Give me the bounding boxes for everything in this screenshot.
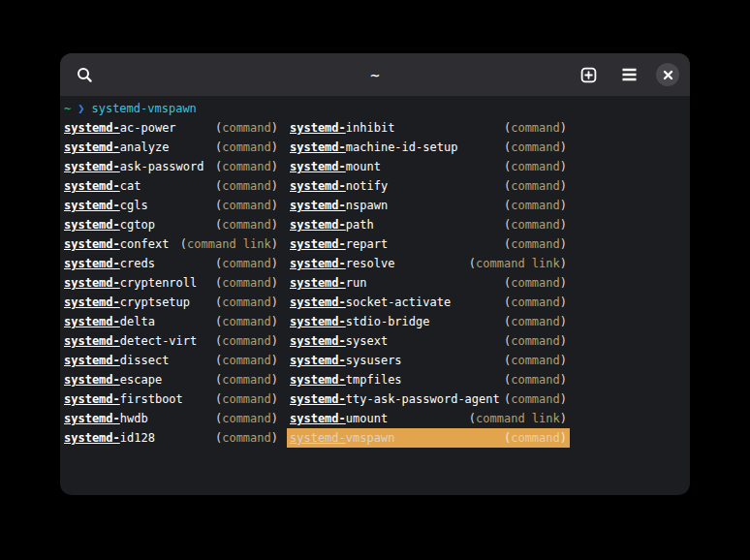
- completion-description: (command): [215, 176, 278, 196]
- completion-description: (command): [215, 254, 278, 273]
- completion-name: systemd-detect-virt: [64, 331, 197, 351]
- completion-item: systemd-cryptenroll(command): [64, 273, 278, 293]
- completion-description: (command): [504, 118, 567, 138]
- completion-item: systemd-inhibit(command): [290, 118, 567, 138]
- prompt-line: ~ ❯ systemd-vmspawn: [64, 99, 690, 118]
- completion-name: systemd-inhibit: [290, 118, 394, 138]
- completion-name: systemd-cryptsetup: [64, 293, 190, 312]
- completion-description: (command): [215, 215, 278, 234]
- completion-description: (command): [504, 293, 567, 312]
- completion-description: (command): [215, 138, 278, 157]
- completion-name: systemd-id128: [64, 428, 155, 448]
- prompt-cwd: ~: [64, 99, 71, 118]
- completion-item: systemd-creds(command): [64, 254, 278, 273]
- completion-item: systemd-sysusers(command): [290, 351, 567, 370]
- headerbar-actions: [575, 61, 679, 88]
- completion-name: systemd-resolve: [290, 254, 394, 273]
- completion-name: systemd-delta: [64, 312, 155, 331]
- completion-description: (command): [504, 331, 567, 351]
- menu-button[interactable]: [615, 61, 642, 88]
- completion-name: systemd-ask-password: [64, 157, 204, 176]
- menu-icon: [621, 68, 638, 81]
- completion-description: (command): [215, 118, 278, 138]
- completion-name: systemd-sysext: [290, 331, 388, 351]
- completion-description: (command): [215, 157, 278, 176]
- completion-description: (command): [504, 196, 567, 215]
- completion-item: systemd-sysext(command): [290, 331, 567, 351]
- new-tab-icon: [580, 67, 597, 83]
- completion-item-selected: systemd-vmspawn(command): [287, 428, 570, 448]
- completion-name: systemd-cgls: [64, 196, 148, 215]
- completion-item: systemd-resolve(command link): [290, 254, 567, 273]
- completion-description: (command): [504, 138, 567, 157]
- completion-description: (command): [215, 370, 278, 389]
- close-icon: [656, 63, 679, 86]
- completion-item: systemd-cryptsetup(command): [64, 293, 278, 312]
- completion-item: systemd-machine-id-setup(command): [290, 138, 567, 157]
- completion-name: systemd-analyze: [64, 138, 169, 157]
- completion-item: systemd-socket-activate(command): [290, 293, 567, 312]
- completion-description: (command): [504, 215, 567, 234]
- search-icon: [77, 67, 93, 83]
- completion-item: systemd-detect-virt(command): [64, 331, 278, 351]
- completion-description: (command): [215, 409, 278, 428]
- completion-item: systemd-escape(command): [64, 370, 278, 389]
- completion-item: systemd-confext(command link): [64, 234, 278, 254]
- completion-description: (command): [215, 196, 278, 215]
- completion-item: systemd-tmpfiles(command): [290, 370, 567, 389]
- completion-name: systemd-run: [290, 273, 366, 293]
- terminal-content[interactable]: ~ ❯ systemd-vmspawn systemd-ac-power(com…: [60, 96, 690, 495]
- completion-name: systemd-cryptenroll: [64, 273, 197, 293]
- completion-item: systemd-nspawn(command): [290, 196, 567, 215]
- completion-description: (command link): [180, 234, 278, 254]
- completion-item: systemd-run(command): [290, 273, 567, 293]
- completion-item: systemd-cgtop(command): [64, 215, 278, 234]
- completion-description: (command link): [469, 409, 567, 428]
- completion-item: systemd-umount(command link): [290, 409, 567, 428]
- completion-item: systemd-repart(command): [290, 234, 567, 254]
- completion-name: systemd-tmpfiles: [290, 370, 402, 389]
- completion-item: systemd-analyze(command): [64, 138, 278, 157]
- completion-name: systemd-path: [290, 215, 374, 234]
- completion-description: (command): [215, 428, 278, 448]
- completion-item: systemd-notify(command): [290, 176, 567, 196]
- prompt-command: systemd-vmspawn: [91, 99, 196, 118]
- completion-description: (command): [504, 273, 567, 293]
- completion-name: systemd-hwdb: [64, 409, 148, 428]
- completion-item: systemd-stdio-bridge(command): [290, 312, 567, 331]
- completion-item: systemd-mount(command): [290, 157, 567, 176]
- completion-item: systemd-cat(command): [64, 176, 278, 196]
- completion-name: systemd-ac-power: [64, 118, 176, 138]
- completion-name: systemd-confext: [64, 234, 169, 254]
- completion-item: systemd-dissect(command): [64, 351, 278, 370]
- completion-item: systemd-id128(command): [64, 428, 278, 448]
- completion-description: (command): [504, 312, 567, 331]
- completion-name: systemd-stdio-bridge: [290, 312, 430, 331]
- completion-name: systemd-sysusers: [290, 351, 402, 370]
- search-button[interactable]: [71, 61, 98, 88]
- prompt-arrow-icon: ❯: [78, 99, 84, 118]
- completion-description: (command): [504, 428, 567, 448]
- completion-item: systemd-cgls(command): [64, 196, 278, 215]
- completion-name: systemd-umount: [290, 409, 388, 428]
- completion-item: systemd-delta(command): [64, 312, 278, 331]
- completion-description: (command): [215, 331, 278, 351]
- headerbar[interactable]: ~: [60, 53, 690, 96]
- terminal-window: ~: [60, 53, 690, 495]
- completion-description: (command link): [469, 254, 567, 273]
- completion-item: systemd-firstboot(command): [64, 389, 278, 409]
- completion-name: systemd-mount: [290, 157, 381, 176]
- completion-name: systemd-cat: [64, 176, 141, 196]
- completion-item: systemd-ac-power(command): [64, 118, 278, 138]
- completion-description: (command): [504, 370, 567, 389]
- completion-name: systemd-socket-activate: [290, 293, 451, 312]
- new-tab-button[interactable]: [575, 61, 602, 88]
- completion-description: (command): [504, 389, 567, 409]
- completion-description: (command): [215, 312, 278, 331]
- completion-name: systemd-creds: [64, 254, 155, 273]
- completion-item: systemd-path(command): [290, 215, 567, 234]
- close-button[interactable]: [656, 63, 679, 86]
- completion-name: systemd-cgtop: [64, 215, 155, 234]
- completion-description: (command): [215, 293, 278, 312]
- completion-description: (command): [504, 176, 567, 196]
